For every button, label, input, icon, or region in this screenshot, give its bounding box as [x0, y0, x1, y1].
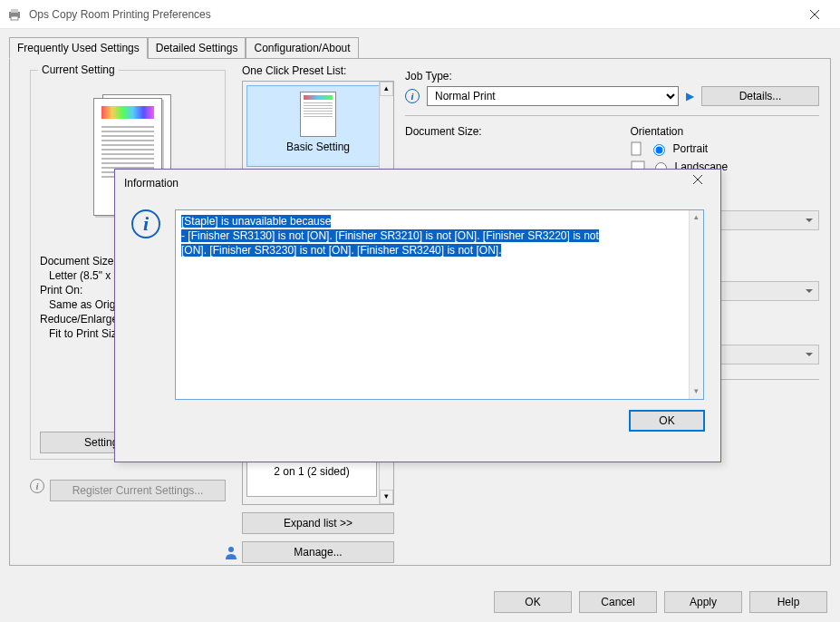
- help-button[interactable]: Help: [749, 591, 827, 613]
- register-settings-button: Register Current Settings...: [50, 480, 226, 501]
- modal-title: Information: [124, 177, 684, 190]
- document-size-label: Document Size:: [405, 125, 594, 138]
- modal-titlebar: Information: [115, 170, 720, 197]
- tab-strip: Frequently Used Settings Detailed Settin…: [9, 36, 831, 58]
- svg-rect-1: [11, 9, 18, 13]
- ok-button[interactable]: OK: [494, 591, 572, 613]
- details-button[interactable]: Details...: [701, 86, 819, 106]
- tab-frequently-used[interactable]: Frequently Used Settings: [9, 37, 148, 59]
- printer-icon: [7, 7, 22, 22]
- modal-ok-button[interactable]: OK: [630, 411, 704, 431]
- orientation-label: Orientation: [631, 125, 820, 138]
- modal-close-button[interactable]: [684, 172, 711, 194]
- preset-item-label: 2 on 1 (2 sided): [274, 465, 349, 478]
- user-icon: [224, 545, 238, 559]
- orientation-portrait-radio[interactable]: [653, 144, 665, 156]
- scroll-up-icon[interactable]: ▴: [690, 210, 703, 225]
- close-icon: [810, 10, 819, 19]
- job-type-label: Job Type:: [405, 70, 819, 83]
- preset-item-label: Basic Setting: [286, 141, 350, 153]
- window-title: Ops Copy Room Printing Preferences: [29, 8, 797, 21]
- current-setting-legend: Current Setting: [38, 63, 119, 76]
- play-icon[interactable]: ▶: [686, 90, 694, 102]
- tab-detailed-settings[interactable]: Detailed Settings: [148, 37, 246, 59]
- tab-configuration-about[interactable]: Configuration/About: [246, 37, 358, 59]
- info-icon: i: [131, 209, 160, 238]
- preset-list-label: One Click Preset List:: [242, 64, 394, 77]
- close-icon: [693, 175, 702, 184]
- window-close-button[interactable]: [797, 2, 833, 27]
- info-line2b: [ON]. [Finisher SR3230] is not [ON]. [Fi…: [181, 244, 501, 257]
- svg-rect-2: [11, 16, 18, 20]
- svg-rect-6: [632, 142, 641, 155]
- titlebar: Ops Copy Room Printing Preferences: [0, 0, 840, 29]
- info-scrollbar[interactable]: ▴ ▾: [689, 210, 703, 399]
- orientation-portrait-label: Portrait: [673, 142, 709, 155]
- scroll-down-icon[interactable]: ▾: [380, 490, 393, 504]
- information-textbox[interactable]: [Staple] is unavailable because - [Finis…: [175, 209, 704, 400]
- portrait-icon: [631, 141, 643, 156]
- info-line2a: - [Finisher SR3130] is not [ON]. [Finish…: [181, 229, 599, 242]
- dialog-footer: OK Cancel Apply Help: [494, 591, 827, 613]
- cancel-button[interactable]: Cancel: [579, 591, 657, 613]
- job-type-select[interactable]: Normal Print: [427, 86, 679, 106]
- manage-button[interactable]: Manage...: [242, 541, 394, 563]
- scroll-down-icon[interactable]: ▾: [690, 384, 703, 399]
- scroll-up-icon[interactable]: ▴: [380, 82, 393, 96]
- info-icon[interactable]: i: [405, 89, 420, 103]
- expand-list-button[interactable]: Expand list >>: [242, 512, 394, 534]
- info-line1: [Staple] is unavailable because: [181, 215, 331, 228]
- info-icon: i: [30, 479, 44, 493]
- information-dialog: Information i [Staple] is unavailable be…: [114, 169, 721, 462]
- preset-item-basic[interactable]: Basic Setting: [246, 85, 390, 167]
- apply-button[interactable]: Apply: [664, 591, 742, 613]
- svg-point-5: [228, 547, 234, 552]
